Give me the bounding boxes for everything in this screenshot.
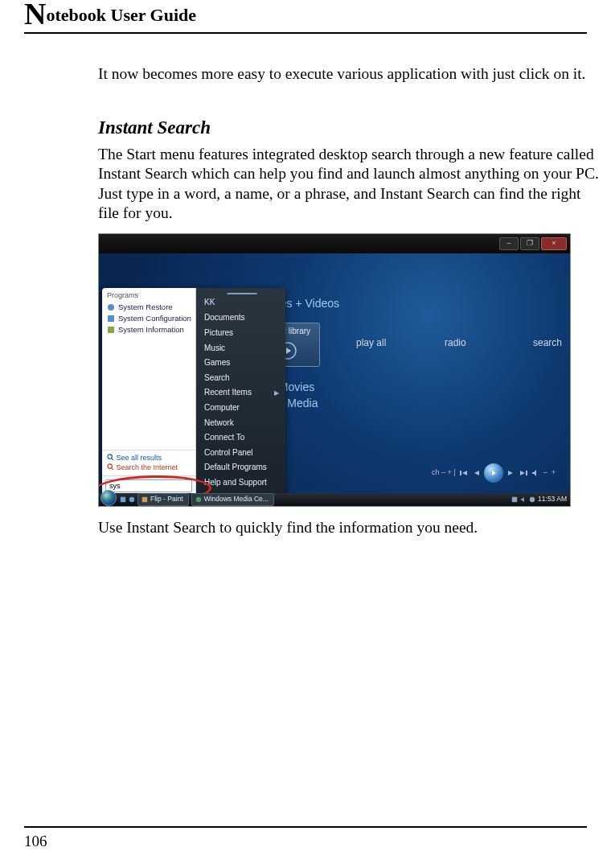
svg-point-23 [530, 497, 535, 502]
close-button[interactable]: × [541, 237, 567, 250]
svg-rect-17 [121, 497, 125, 502]
start-menu: Programs System Restore System Configura… [102, 288, 285, 496]
taskbar-task-paint[interactable]: Flip - Paint [137, 493, 189, 506]
username-label: KK [203, 298, 281, 308]
svg-marker-3 [462, 471, 467, 475]
rewind-icon[interactable] [472, 469, 480, 477]
program-label: System Configuration [118, 314, 191, 323]
svg-marker-4 [474, 471, 479, 475]
right-item-controlpanel[interactable]: Control Panel [203, 446, 281, 461]
right-item-label: Pictures [204, 328, 233, 339]
taskbar-task-mediacenter[interactable]: Windows Media Ce... [191, 493, 274, 506]
vol-plus[interactable]: + [552, 468, 556, 477]
quick-launch-icon[interactable] [129, 496, 135, 503]
svg-rect-12 [108, 327, 114, 333]
start-menu-right-pane: KK Documents Pictures Music Games Search… [196, 288, 285, 496]
right-item-connect[interactable]: Connect To [203, 430, 281, 446]
user-avatar[interactable] [227, 293, 257, 294]
right-item-label: Control Panel [204, 448, 253, 459]
system-config-icon [107, 315, 115, 323]
mc-ch-indicator: ch – + | [432, 468, 456, 477]
start-menu-left-pane: Programs System Restore System Configura… [102, 288, 196, 496]
start-orb[interactable] [100, 490, 117, 506]
paint-icon [141, 496, 148, 503]
screenshot: – ❐ × Pictures + Videos Music music libr… [98, 233, 571, 507]
minimize-button[interactable]: – [499, 237, 519, 250]
right-item-default-programs[interactable]: Default Programs [203, 460, 281, 475]
tray-volume-icon[interactable] [520, 496, 527, 503]
footer-rule [24, 826, 587, 828]
taskbar: Flip - Paint Windows Media Ce... 11:53 A… [99, 493, 570, 506]
program-item[interactable]: System Restore [107, 302, 192, 313]
mc-search[interactable]: search [533, 337, 562, 349]
section-heading: Instant Search [98, 117, 601, 140]
forward-full-icon[interactable] [519, 469, 527, 477]
see-all-label: See all results [117, 454, 162, 462]
maximize-button[interactable]: ❐ [520, 237, 539, 250]
mc-radio[interactable]: radio [445, 337, 466, 349]
svg-rect-2 [460, 471, 461, 475]
header-title: Notebook User Guide [24, 0, 587, 32]
programs-header: Programs [107, 291, 192, 302]
task-label: Windows Media Ce... [204, 495, 269, 504]
forward-icon[interactable] [507, 469, 515, 477]
right-item-games[interactable]: Games [203, 356, 281, 371]
internet-search-icon [107, 463, 114, 471]
svg-marker-7 [520, 471, 525, 475]
right-item-search[interactable]: Search [203, 371, 281, 386]
svg-marker-6 [508, 471, 513, 475]
caption-paragraph: Use Instant Search to quickly find the i… [98, 518, 601, 538]
quick-launch-icon[interactable] [120, 496, 126, 503]
task-label: Flip - Paint [150, 495, 183, 504]
instant-search-input[interactable] [105, 479, 192, 492]
system-tray: 11:53 AM [511, 495, 570, 504]
right-item-pictures[interactable]: Pictures [203, 326, 281, 341]
section-paragraph: The Start menu features integrated deskt… [98, 145, 601, 224]
system-info-icon [107, 326, 115, 334]
see-all-results-link[interactable]: See all results [107, 454, 191, 463]
right-item-label: Recent Items [204, 388, 252, 398]
right-item-computer[interactable]: Computer [203, 401, 281, 416]
rewind-full-icon[interactable] [460, 469, 468, 477]
content-area: It now becomes more easy to execute vari… [98, 64, 601, 545]
mc-play-all[interactable]: play all [356, 337, 386, 349]
right-item-recent[interactable]: Recent Items▶ [203, 385, 281, 401]
right-item-label: Help and Support [204, 478, 267, 488]
tray-network-icon[interactable] [529, 496, 535, 503]
right-item-label: Connect To [204, 433, 244, 443]
submenu-arrow-icon: ▶ [274, 389, 279, 397]
program-item[interactable]: System Configuration [107, 313, 192, 324]
svg-marker-5 [492, 471, 496, 475]
svg-rect-21 [512, 497, 517, 502]
search-internet-label: Search the Internet [117, 463, 178, 471]
volume-icon[interactable] [531, 469, 539, 477]
programs-list: Programs System Restore System Configura… [102, 288, 195, 337]
play-icon [490, 469, 498, 477]
right-item-label: Search [204, 373, 230, 384]
media-center-icon [195, 496, 202, 503]
svg-rect-8 [526, 471, 527, 475]
right-item-label: Music [204, 343, 225, 354]
svg-marker-9 [532, 470, 536, 476]
right-item-help[interactable]: Help and Support [203, 475, 281, 491]
svg-rect-19 [142, 497, 147, 502]
svg-point-10 [108, 304, 114, 311]
program-label: System Restore [118, 302, 173, 312]
tray-icon[interactable] [511, 496, 518, 503]
page-header: Notebook User Guide [24, 0, 587, 34]
svg-point-20 [195, 497, 200, 502]
program-item[interactable]: System Information [107, 324, 192, 335]
svg-point-18 [129, 497, 134, 502]
svg-point-13 [108, 455, 112, 459]
play-button[interactable] [484, 463, 503, 483]
taskbar-clock[interactable]: 11:53 AM [538, 495, 567, 504]
svg-marker-22 [521, 497, 524, 502]
vol-minus[interactable]: – [543, 468, 547, 477]
svg-rect-11 [108, 315, 114, 322]
right-item-network[interactable]: Network [203, 416, 281, 431]
right-item-label: Documents [204, 313, 245, 323]
search-internet-link[interactable]: Search the Internet [107, 463, 191, 472]
right-item-documents[interactable]: Documents [203, 311, 281, 326]
right-item-music[interactable]: Music [203, 341, 281, 356]
svg-line-16 [112, 467, 113, 469]
